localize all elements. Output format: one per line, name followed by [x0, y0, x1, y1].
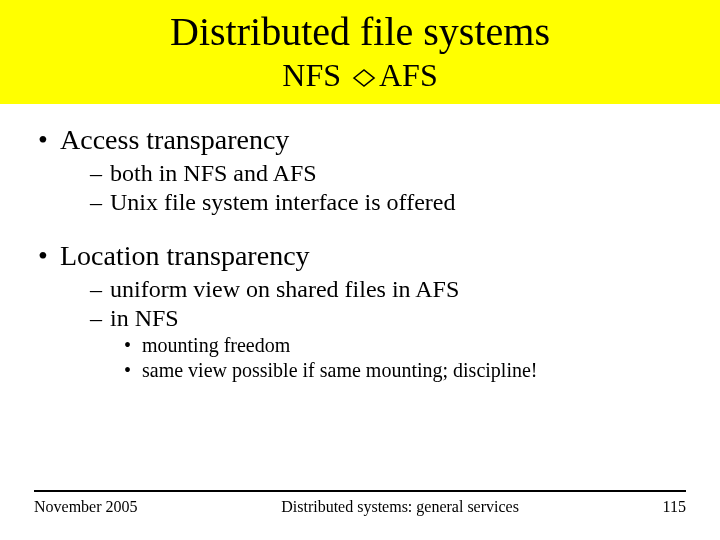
sub-bullet: Unix file system interface is offered — [90, 189, 686, 216]
bullet-location-transparency: Location transparency — [34, 240, 686, 272]
content-area: Access transparency both in NFS and AFS … — [0, 104, 720, 382]
bullet-access-transparency: Access transparency — [34, 124, 686, 156]
sub-bullet: in NFS — [90, 305, 686, 332]
footer-rule — [34, 490, 686, 492]
footer-date: November 2005 — [34, 498, 138, 516]
sub-list: both in NFS and AFS Unix file system int… — [34, 160, 686, 216]
subtitle-left: NFS — [282, 57, 349, 93]
svg-marker-0 — [354, 70, 374, 86]
footer: November 2005 Distributed systems: gener… — [0, 490, 720, 516]
slide-title: Distributed file systems — [0, 8, 720, 55]
slide-subtitle: NFS AFS — [0, 57, 720, 96]
slide: Distributed file systems NFS AFS Access … — [0, 0, 720, 540]
subtitle-right: AFS — [379, 57, 438, 93]
diamond-icon — [351, 59, 377, 96]
subsub-list: mounting freedom same view possible if s… — [34, 334, 686, 382]
sub-list: uniform view on shared files in AFS in N… — [34, 276, 686, 332]
footer-row: November 2005 Distributed systems: gener… — [34, 498, 686, 516]
title-band: Distributed file systems NFS AFS — [0, 0, 720, 104]
footer-page-number: 115 — [663, 498, 686, 516]
footer-title: Distributed systems: general services — [281, 498, 519, 516]
sub-bullet: uniform view on shared files in AFS — [90, 276, 686, 303]
subsub-bullet: same view possible if same mounting; dis… — [124, 359, 686, 382]
sub-bullet: both in NFS and AFS — [90, 160, 686, 187]
subsub-bullet: mounting freedom — [124, 334, 686, 357]
